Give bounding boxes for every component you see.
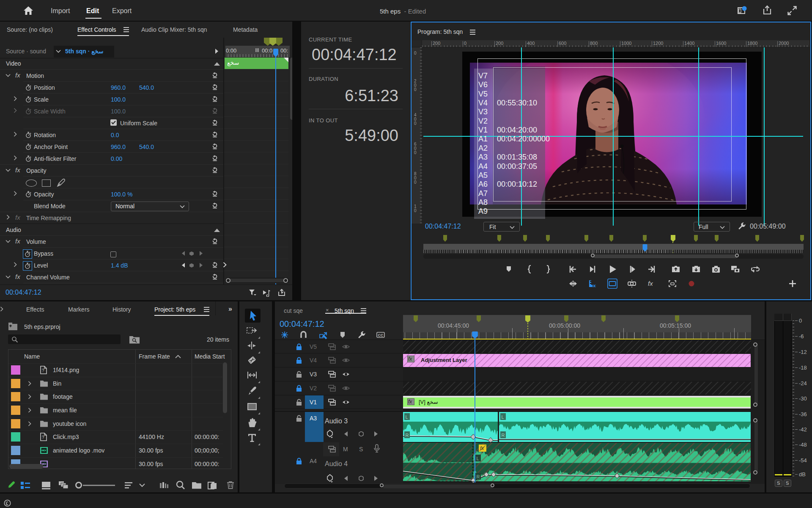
svg-text:R: R [406, 433, 409, 438]
svg-text:fx: fx [648, 280, 653, 287]
svg-text:?: ? [42, 368, 44, 373]
svg-text:L: L [502, 414, 504, 420]
svg-text:R: R [502, 433, 505, 438]
svg-text:L: L [477, 456, 479, 461]
svg-text:?: ? [42, 435, 44, 440]
svg-text:R: R [477, 474, 480, 479]
svg-text:L: L [406, 414, 408, 420]
